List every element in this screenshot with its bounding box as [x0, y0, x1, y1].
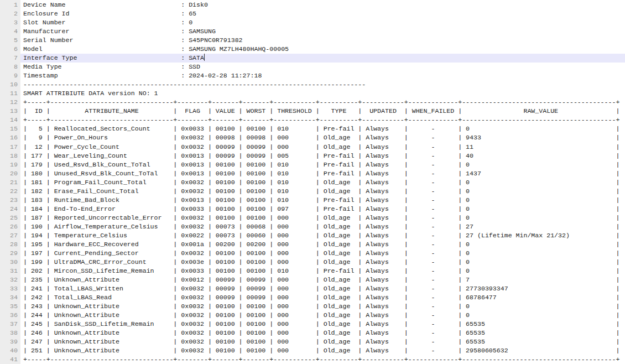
line-number: 25	[0, 214, 20, 222]
code-line[interactable]: | 244 | Unknown_Attribute | 0x0032 | 001…	[20, 311, 625, 320]
line-number: 17	[0, 143, 20, 152]
line-text: | 194 | Temperature_Celsius | 0x0022 | 0…	[23, 232, 619, 239]
code-line[interactable]: | 247 | Unknown_Attribute | 0x0032 | 001…	[20, 337, 625, 346]
line-text: +-----+--------------------------------+…	[23, 98, 619, 106]
line-text: | 244 | Unknown_Attribute | 0x0032 | 001…	[23, 311, 619, 319]
line-number: 22	[0, 187, 20, 196]
line-text: Serial Number : S45PNC0R791382	[23, 37, 243, 44]
code-line[interactable]: | 242 | Total_LBAS_Read | 0x0032 | 00099…	[20, 293, 625, 302]
code-line[interactable]: | 243 | Unknown_Attribute | 0x0032 | 001…	[20, 302, 625, 311]
line-text: | 179 | Used_Rsvd_Blk_Count_ToTal | 0x00…	[23, 161, 619, 168]
line-text: SMART ATTRIBIUTE DATA version NO: 1	[23, 90, 158, 97]
code-line[interactable]: | 12 | Power_Cycle_Count | 0x0032 | 0009…	[20, 143, 625, 152]
line-number: 18	[0, 152, 20, 160]
line-text: Device Name : Disk0	[23, 1, 208, 8]
line-number: 23	[0, 196, 20, 205]
code-line[interactable]: | 235 | Unknown_Attribute | 0x0012 | 000…	[20, 275, 625, 284]
line-number: 15	[0, 124, 20, 133]
code-line[interactable]: Serial Number : S45PNC0R791382	[20, 36, 625, 45]
line-text: | 247 | Unknown_Attribute | 0x0032 | 001…	[23, 338, 619, 345]
code-line[interactable]: Media Type : SSD	[20, 63, 625, 71]
line-number: 33	[0, 284, 20, 293]
code-line[interactable]: | 184 | End-To-End_Error | 0x0033 | 0010…	[20, 205, 625, 214]
text-editor-view: 1234567891011121314151617181920212223242…	[0, 0, 625, 364]
line-text: | 180 | Unused_Rsvd_Blk_Count_ToTal | 0x…	[23, 170, 619, 177]
line-number: 38	[0, 329, 20, 337]
code-line[interactable]: Timestamp : 2024-02-28 11:27:18	[20, 71, 625, 80]
line-number: 9	[0, 71, 20, 80]
code-line[interactable]: | 180 | Unused_Rsvd_Blk_Count_ToTal | 0x…	[20, 169, 625, 178]
line-text: | 183 | Runtime_Bad_Block | 0x0013 | 001…	[23, 196, 619, 204]
code-line-current[interactable]: Interface Type : SATA	[20, 54, 625, 63]
code-line[interactable]: | 179 | Used_Rsvd_Blk_Count_ToTal | 0x00…	[20, 160, 625, 169]
line-text: Manufacturer : SAMSUNG	[23, 28, 216, 35]
code-line[interactable]: Slot Number : 0	[20, 18, 625, 27]
editor-content[interactable]: Device Name : Disk0Enclosure Id : 65Slot…	[20, 0, 625, 364]
code-line[interactable]: | 181 | Program_Fail_Count_Total | 0x003…	[20, 178, 625, 187]
line-number: 30	[0, 258, 20, 267]
line-number: 14	[0, 116, 20, 124]
line-text: | 197 | Current_Pending_Sector | 0x0032 …	[23, 249, 619, 257]
line-text: | 241 | Total_LBAS_Written | 0x0032 | 00…	[23, 285, 619, 292]
code-line[interactable]: | 5 | Reallocated_Sectors_Count | 0x0033…	[20, 124, 625, 133]
code-line[interactable]: +-----+--------------------------------+…	[20, 116, 625, 124]
code-line[interactable]: Enclosure Id : 65	[20, 9, 625, 18]
line-number: 21	[0, 178, 20, 187]
line-number: 41	[0, 355, 20, 364]
code-line[interactable]: +-----+--------------------------------+…	[20, 98, 625, 107]
line-number: 19	[0, 160, 20, 169]
code-line[interactable]: Device Name : Disk0	[20, 1, 625, 9]
line-text: | 5 | Reallocated_Sectors_Count | 0x0033…	[23, 125, 619, 132]
code-line[interactable]: | 187 | Reported_Uncorrectable_Error | 0…	[20, 214, 625, 222]
line-text: +-----+--------------------------------+…	[23, 356, 619, 363]
line-number: 2	[0, 9, 20, 18]
line-number: 40	[0, 346, 20, 355]
code-line[interactable]: SMART ATTRIBIUTE DATA version NO: 1	[20, 89, 625, 98]
line-text: | ID | ATTRIBUTE_NAME | FLAG | VALUE | W…	[23, 107, 619, 115]
line-number: 16	[0, 133, 20, 142]
code-line[interactable]: | 199 | UltraDMA_CRC_Error_Count | 0x003…	[20, 258, 625, 267]
code-line[interactable]: | 246 | Unknown_Attribute | 0x0032 | 001…	[20, 329, 625, 337]
line-text: | 246 | Unknown_Attribute | 0x0032 | 001…	[23, 329, 619, 336]
code-line[interactable]: | 177 | Wear_Leveling_Count | 0x0013 | 0…	[20, 152, 625, 160]
line-text: | 187 | Reported_Uncorrectable_Error | 0…	[23, 214, 619, 221]
line-number: 5	[0, 36, 20, 45]
code-line[interactable]: Manufacturer : SAMSUNG	[20, 27, 625, 36]
code-line[interactable]: | 182 | Erase_Fail_Count_Total | 0x0032 …	[20, 187, 625, 196]
line-text: Model : SAMSUNG MZ7LH480HAHQ-00005	[23, 45, 289, 53]
line-text: | 177 | Wear_Leveling_Count | 0x0013 | 0…	[23, 152, 619, 159]
code-line[interactable]: Model : SAMSUNG MZ7LH480HAHQ-00005	[20, 45, 625, 54]
code-line[interactable]: | 9 | Power_On_Hours | 0x0032 | 00098 | …	[20, 133, 625, 142]
line-text: | 9 | Power_On_Hours | 0x0032 | 00098 | …	[23, 134, 619, 141]
text-cursor	[204, 54, 205, 61]
code-line[interactable]: | 183 | Runtime_Bad_Block | 0x0013 | 001…	[20, 196, 625, 205]
code-line[interactable]: | 202 | Mircon_SSD_Lifetime_Remain | 0x0…	[20, 267, 625, 275]
code-line[interactable]: | 197 | Current_Pending_Sector | 0x0032 …	[20, 249, 625, 258]
code-line[interactable]: | 245 | SanDisk_SSD_Lifetim_Remain | 0x0…	[20, 320, 625, 329]
line-number: 32	[0, 275, 20, 284]
line-text: | 202 | Mircon_SSD_Lifetime_Remain | 0x0…	[23, 267, 619, 274]
code-line[interactable]: +-----+--------------------------------+…	[20, 355, 625, 364]
line-number: 27	[0, 231, 20, 240]
line-number: 24	[0, 205, 20, 214]
line-text: ----------------------------------------…	[23, 81, 366, 88]
line-text: | 12 | Power_Cycle_Count | 0x0032 | 0009…	[23, 143, 619, 150]
line-text: Slot Number : 0	[23, 19, 192, 26]
code-line[interactable]: | 251 | Unknown_Attribute | 0x0032 | 001…	[20, 346, 625, 355]
line-number: 3	[0, 18, 20, 27]
line-text: | 242 | Total_LBAS_Read | 0x0032 | 00099…	[23, 294, 619, 301]
line-text: | 181 | Program_Fail_Count_Total | 0x003…	[23, 179, 619, 186]
line-text: Enclosure Id : 65	[23, 10, 196, 17]
code-line[interactable]: | 195 | Hardware_ECC_Recovered | 0x001a …	[20, 240, 625, 249]
code-line[interactable]: | 194 | Temperature_Celsius | 0x0022 | 0…	[20, 231, 625, 240]
line-text: | 199 | UltraDMA_CRC_Error_Count | 0x003…	[23, 258, 619, 266]
line-number: 13	[0, 107, 20, 116]
code-line[interactable]: | ID | ATTRIBUTE_NAME | FLAG | VALUE | W…	[20, 107, 625, 116]
code-line[interactable]: | 241 | Total_LBAS_Written | 0x0032 | 00…	[20, 284, 625, 293]
code-line[interactable]: | 190 | Airflow_Temperature_Celsius | 0x…	[20, 222, 625, 231]
line-number-gutter: 1234567891011121314151617181920212223242…	[0, 0, 20, 364]
line-number: 8	[0, 63, 20, 71]
line-number: 31	[0, 267, 20, 275]
line-text: Interface Type : SATA	[23, 54, 204, 61]
code-line[interactable]: ----------------------------------------…	[20, 80, 625, 89]
